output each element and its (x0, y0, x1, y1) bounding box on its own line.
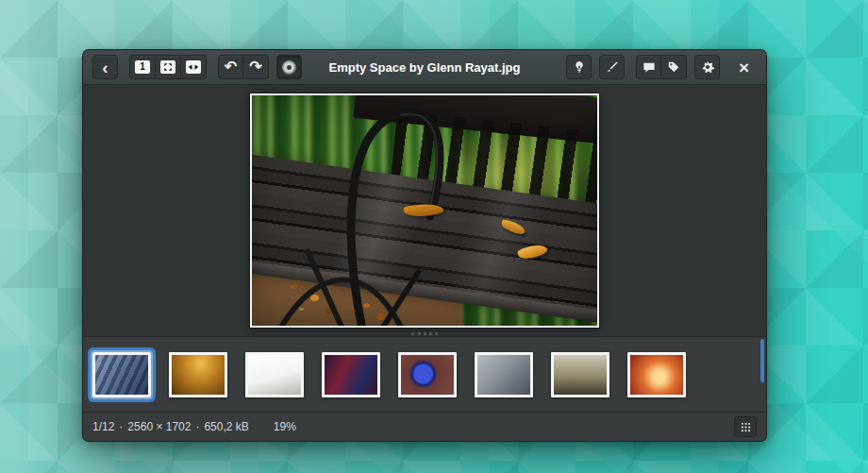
lightbulb-icon (573, 60, 586, 75)
rotate-right-button[interactable]: ↷ (243, 55, 269, 79)
photo-vignette (252, 95, 597, 326)
close-icon: × (739, 59, 749, 76)
thumbnail-ember-sparks[interactable] (627, 352, 686, 397)
enhance-button[interactable] (566, 55, 592, 79)
thumbnail-dark-bokeh[interactable] (322, 352, 380, 397)
titlebar: ‹ 1 (83, 50, 766, 85)
back-button[interactable]: ‹ (92, 55, 118, 79)
back-chevron-icon: ‹ (102, 59, 108, 76)
status-image-dimensions: 2560 × 1702 (127, 420, 191, 433)
thumbnail-park-bench[interactable] (92, 352, 151, 397)
thumbnail-golden-shingles[interactable] (169, 352, 227, 397)
pane-resize-handle[interactable] (411, 332, 438, 335)
rotate-left-icon: ↶ (225, 59, 237, 75)
main-photo-park-bench (250, 93, 599, 328)
grid-icon (741, 422, 751, 432)
status-file-size: 650,2 kB (204, 420, 248, 433)
gear-icon (701, 60, 714, 74)
zoom-button-group: 1 (129, 55, 207, 79)
fit-width-icon (186, 60, 201, 74)
thumbnail-bright-dunes[interactable] (245, 352, 304, 397)
comment-bubble-icon (643, 61, 656, 74)
rotate-left-button[interactable]: ↶ (218, 55, 243, 79)
status-separator: · (195, 420, 199, 433)
settings-button[interactable] (694, 55, 720, 79)
comment-button[interactable] (636, 55, 661, 79)
browse-grid-button[interactable] (734, 416, 757, 437)
zoom-fit-button[interactable] (156, 55, 181, 79)
edit-button[interactable] (599, 55, 625, 79)
image-viewer-window: ‹ 1 (82, 49, 767, 442)
thumbnail-knitted-rope[interactable] (475, 352, 533, 397)
desktop-background: ‹ 1 (0, 0, 868, 473)
status-image-index: 1/12 (92, 420, 114, 433)
thumbnail-turntable[interactable] (398, 352, 457, 397)
contrast-disc-icon (282, 60, 296, 75)
rotate-right-icon: ↷ (249, 59, 261, 75)
thumbnail-mountain-valley[interactable] (551, 352, 609, 397)
thumbnail-scrollbar[interactable] (760, 339, 764, 382)
zoom-fit-width-button[interactable] (181, 55, 207, 79)
metadata-button-group (636, 55, 687, 79)
zoom-actual-size-button[interactable]: 1 (129, 55, 156, 79)
zoom-fit-icon (160, 60, 175, 74)
thumbnail-strip (83, 336, 766, 412)
paintbrush-icon (606, 60, 619, 74)
rotate-button-group: ↶ ↷ (218, 55, 269, 79)
status-separator: · (119, 420, 123, 433)
close-button[interactable]: × (731, 55, 757, 79)
statusbar: 1/12 · 2560 × 1702 · 650,2 kB 19% (83, 412, 766, 441)
window-title: Empty Space by Glenn Rayat.jpg (329, 60, 521, 75)
tags-button[interactable] (661, 55, 687, 79)
image-viewer-canvas (83, 85, 766, 336)
status-zoom-level: 19% (274, 420, 296, 433)
tag-icon (667, 60, 680, 74)
actual-size-icon: 1 (135, 60, 150, 74)
adjust-colors-button[interactable] (276, 55, 302, 79)
